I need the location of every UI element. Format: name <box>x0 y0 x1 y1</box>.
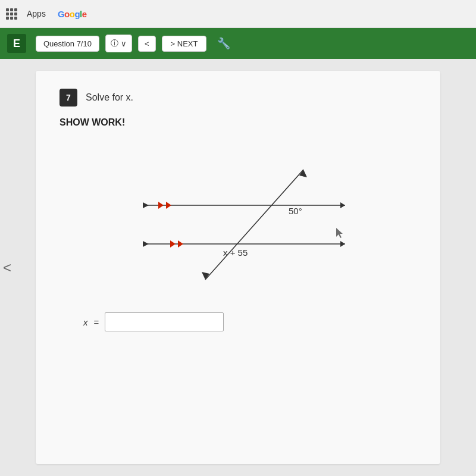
prev-button[interactable]: < <box>138 36 156 52</box>
answer-equals: = <box>94 317 99 327</box>
google-logo[interactable]: Google <box>58 9 87 19</box>
question-header: 7 Solve for x. <box>60 89 416 107</box>
diagram-container: 50° x + 55 <box>107 140 369 295</box>
svg-marker-9 <box>143 241 149 247</box>
alert-icon: ⓘ <box>111 38 118 49</box>
svg-line-10 <box>205 170 303 280</box>
svg-marker-15 <box>336 228 343 238</box>
svg-marker-7 <box>170 240 176 248</box>
svg-marker-8 <box>178 240 183 248</box>
svg-marker-6 <box>340 241 345 247</box>
geometry-diagram: 50° x + 55 <box>107 140 369 295</box>
main-content: < 7 Solve for x. SHOW WORK! <box>0 59 476 476</box>
apps-icon[interactable] <box>6 8 17 20</box>
svg-marker-3 <box>166 202 171 209</box>
next-button[interactable]: > NEXT <box>162 36 207 52</box>
svg-marker-1 <box>340 202 345 208</box>
svg-text:50°: 50° <box>289 206 302 216</box>
svg-marker-4 <box>143 202 149 208</box>
app-logo: E <box>7 34 26 53</box>
chevron-down-icon: ∨ <box>121 39 127 48</box>
answer-row: x = <box>60 312 416 331</box>
question-text: Solve for x. <box>86 92 133 103</box>
alert-button[interactable]: ⓘ ∨ <box>105 35 132 52</box>
answer-input[interactable] <box>105 312 224 331</box>
answer-variable: x <box>83 317 88 327</box>
wrench-button[interactable]: 🔧 <box>212 35 235 52</box>
left-nav-arrow[interactable]: < <box>3 259 11 276</box>
question-badge: Question 7/10 <box>36 36 99 52</box>
apps-label[interactable]: Apps <box>27 9 46 18</box>
browser-bar: Apps Google <box>0 0 476 28</box>
question-number-box: 7 <box>60 89 77 107</box>
app-header: E Question 7/10 ⓘ ∨ < > NEXT 🔧 <box>0 28 476 59</box>
svg-marker-2 <box>158 202 164 209</box>
svg-text:x + 55: x + 55 <box>223 248 248 258</box>
show-work-label: SHOW WORK! <box>60 117 416 128</box>
question-card: 7 Solve for x. SHOW WORK! <box>36 71 440 464</box>
